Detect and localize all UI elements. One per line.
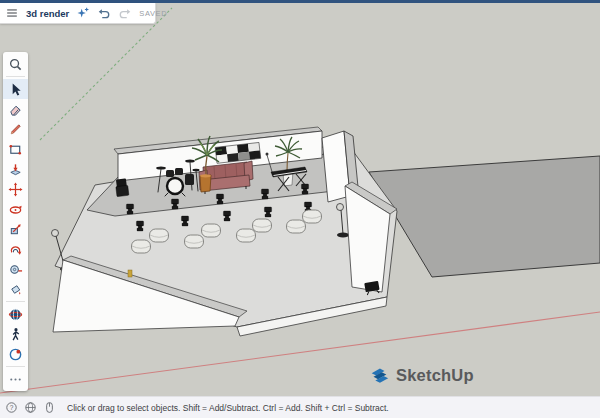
undo-icon[interactable] [97,6,111,20]
toolbar-divider [6,301,25,302]
sketchup-wordmark: SketchUp [396,366,474,385]
svg-text:?: ? [10,404,14,411]
tool-search-button[interactable] [3,54,28,74]
tool-line-button[interactable] [3,119,28,139]
toolbar-divider [6,366,25,367]
sketchup-logo-icon [368,364,390,386]
document-title[interactable]: 3d render [26,8,69,19]
tool-tape-measure-button[interactable] [3,259,28,279]
tool-rotate-button[interactable] [3,199,28,219]
tool-select-button[interactable] [3,79,28,99]
help-icon[interactable]: ? [5,401,18,414]
tool-paint-bucket-button[interactable] [3,279,28,299]
3d-viewport[interactable] [0,3,600,396]
green-axis-line [40,8,172,140]
tool-shapes-button[interactable] [3,139,28,159]
save-status: SAVED [139,9,167,18]
sketchup-app: 3d render SAVED [0,0,600,418]
bottle-on-wall [128,270,132,277]
tool-more-tools-button[interactable] [3,369,28,389]
header-bar: 3d render SAVED [0,3,156,24]
tool-offset-button[interactable] [3,239,28,259]
tool-eraser-button[interactable] [3,99,28,119]
hamburger-icon[interactable] [5,6,19,20]
tool-orbit-button[interactable] [3,304,28,324]
tool-look-around-button[interactable] [3,344,28,364]
tool-walk-button[interactable] [3,324,28,344]
ai-sparkle-icon[interactable] [76,6,90,20]
tool-move-button[interactable] [3,179,28,199]
sketchup-watermark: SketchUp [368,364,474,386]
tool-scale-button[interactable] [3,219,28,239]
status-bar: ? Click or drag to select objects. Shift… [0,396,600,418]
right-ground-plane[interactable] [369,156,600,277]
status-hint-text: Click or drag to select objects. Shift =… [67,403,389,413]
tool-palette [3,52,28,391]
redo-icon[interactable] [118,6,132,20]
mouse-icon[interactable] [43,401,56,414]
toolbar-divider [6,76,25,77]
tool-push-pull-button[interactable] [3,159,28,179]
globe-icon[interactable] [24,401,37,414]
